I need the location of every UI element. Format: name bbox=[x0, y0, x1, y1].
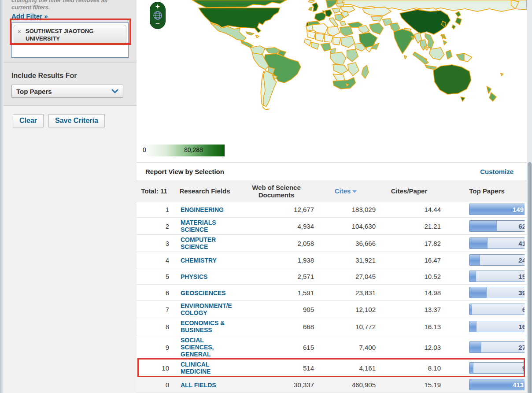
vertical-scrollbar[interactable] bbox=[527, 0, 532, 393]
cites-per-paper-value: 13.37 bbox=[377, 306, 442, 313]
include-results-section: Include Results For Top Papers bbox=[4, 63, 137, 106]
wos-documents-header[interactable]: Web of Science Documents bbox=[238, 184, 315, 199]
research-field-link[interactable]: MATERIALS SCIENCE bbox=[181, 219, 234, 233]
cites-per-paper-value: 14.98 bbox=[377, 289, 442, 297]
research-field-link[interactable]: COMPUTER SCIENCE bbox=[181, 236, 234, 250]
top-papers-bar: 27 bbox=[469, 341, 525, 353]
top-papers-bar: 62 bbox=[469, 220, 525, 232]
table-row: 0 ALL FIELDS 30,337 460,905 15.19 413 bbox=[137, 377, 527, 393]
row-rank: 9 bbox=[137, 344, 172, 351]
top-papers-bar: 413 bbox=[469, 379, 525, 390]
top-papers-value: 6 bbox=[522, 306, 525, 313]
save-criteria-button[interactable]: Save Criteria bbox=[48, 114, 105, 127]
cites-header[interactable]: Cites bbox=[315, 187, 377, 195]
wos-documents-value: 2,571 bbox=[238, 273, 315, 280]
cites-value: 23,831 bbox=[315, 289, 377, 297]
top-papers-bar: 39 bbox=[469, 287, 525, 298]
report-view-section: Report View by Selection Customize Total… bbox=[137, 162, 527, 393]
top-papers-bar: 15 bbox=[469, 271, 525, 282]
results-type-dropdown[interactable]: Top Papers bbox=[11, 85, 123, 98]
top-papers-value: 15 bbox=[518, 273, 525, 280]
cites-per-paper-value: 17.82 bbox=[377, 240, 442, 247]
globe-icon[interactable] bbox=[153, 11, 163, 20]
wos-documents-value: 668 bbox=[238, 323, 315, 330]
row-rank: 6 bbox=[137, 289, 172, 297]
criteria-buttons: Clear Save Criteria bbox=[13, 114, 137, 127]
cites-value: 12,102 bbox=[315, 306, 377, 313]
research-field-link[interactable]: GEOSCIENCES bbox=[181, 289, 226, 297]
scrollbar-thumb[interactable] bbox=[528, 162, 532, 393]
cites-value: 104,630 bbox=[315, 222, 377, 230]
wos-documents-value: 4,934 bbox=[238, 222, 315, 230]
top-papers-value: 413 bbox=[513, 381, 524, 389]
top-papers-value: 24 bbox=[518, 256, 525, 264]
table-row: 4 CHEMISTRY 1,938 31,921 16.47 24 bbox=[137, 252, 527, 268]
table-row: 8 ECONOMICS & BUSINESS 668 10,772 16.13 … bbox=[137, 318, 527, 335]
research-field-link[interactable]: SOCIAL SCIENCES, GENERAL bbox=[181, 337, 234, 358]
customize-link[interactable]: Customize bbox=[480, 168, 514, 175]
research-field-link[interactable]: CLINICAL MEDICINE bbox=[181, 361, 234, 375]
wos-documents-value: 514 bbox=[238, 364, 315, 372]
research-field-link[interactable]: ALL FIELDS bbox=[181, 382, 216, 389]
row-rank: 7 bbox=[137, 306, 172, 313]
cites-value: 7,400 bbox=[315, 344, 377, 351]
results-type-value: Top Papers bbox=[16, 88, 52, 95]
esi-page: changing the filter field removes all cu… bbox=[0, 0, 532, 393]
legend-min-label: 0 bbox=[143, 146, 146, 153]
filter-note-line1: changing the filter field removes all bbox=[11, 0, 129, 4]
top-papers-bar: 24 bbox=[469, 254, 525, 266]
filter-section: changing the filter field removes all cu… bbox=[4, 0, 137, 63]
zoom-out-button[interactable]: − bbox=[155, 21, 160, 28]
top-papers-value: 41 bbox=[518, 240, 525, 247]
cites-value: 460,905 bbox=[315, 381, 377, 389]
row-rank: 10 bbox=[137, 364, 172, 372]
row-rank: 1 bbox=[137, 206, 172, 213]
wos-documents-value: 615 bbox=[238, 344, 315, 351]
wos-documents-value: 12,677 bbox=[238, 206, 315, 213]
clear-button[interactable]: Clear bbox=[13, 114, 44, 127]
research-field-link[interactable]: CHEMISTRY bbox=[181, 257, 217, 264]
top-papers-value: 16 bbox=[518, 323, 525, 330]
top-papers-value: 39 bbox=[518, 289, 525, 297]
sort-descending-icon bbox=[352, 190, 357, 193]
research-field-link[interactable]: ENVIRONMENT/ECOLOGY bbox=[181, 302, 234, 316]
table-row: 7 ENVIRONMENT/ECOLOGY 905 12,102 13.37 6 bbox=[137, 301, 527, 318]
table-row: 5 PHYSICS 2,571 27,045 10.52 15 bbox=[137, 268, 527, 285]
filter-chip[interactable]: × SOUTHWEST JIAOTONG UNIVERSITY bbox=[14, 25, 126, 45]
cites-per-paper-value: 8.10 bbox=[377, 364, 442, 372]
remove-filter-icon[interactable]: × bbox=[18, 28, 21, 35]
top-papers-bar: 6 bbox=[469, 304, 525, 315]
research-field-link[interactable]: ENGINEERING bbox=[181, 206, 224, 213]
cites-value: 36,666 bbox=[315, 240, 377, 247]
world-map[interactable] bbox=[137, 0, 527, 159]
top-papers-value: 62 bbox=[518, 222, 525, 230]
cites-header-label: Cites bbox=[335, 187, 351, 195]
cites-per-paper-value: 10.52 bbox=[377, 273, 442, 280]
map-color-legend: 0 80,288 bbox=[141, 145, 225, 156]
table-row: 6 GEOSCIENCES 1,591 23,831 14.98 39 bbox=[137, 285, 527, 301]
row-rank: 2 bbox=[137, 222, 172, 230]
top-papers-value: 149 bbox=[513, 206, 524, 213]
wos-documents-value: 1,591 bbox=[238, 289, 315, 297]
research-field-link[interactable]: PHYSICS bbox=[181, 273, 207, 280]
row-rank: 0 bbox=[137, 381, 172, 389]
cites-per-paper-value: 16.13 bbox=[377, 323, 442, 330]
table-row: 2 MATERIALS SCIENCE 4,934 104,630 21.21 … bbox=[137, 218, 527, 235]
cites-per-paper-value: 21.21 bbox=[377, 222, 442, 230]
filter-input-box[interactable]: × SOUTHWEST JIAOTONG UNIVERSITY bbox=[11, 22, 129, 58]
add-filter-link[interactable]: Add Filter » bbox=[11, 12, 48, 20]
total-count-header: Total: 11 bbox=[137, 187, 172, 195]
zoom-in-button[interactable]: + bbox=[155, 3, 160, 10]
window-edge-strip bbox=[0, 0, 4, 393]
table-header-row: Total: 11 Research Fields Web of Science… bbox=[137, 181, 527, 201]
research-field-link[interactable]: ECONOMICS & BUSINESS bbox=[181, 319, 234, 334]
top-papers-header[interactable]: Top Papers bbox=[442, 187, 532, 195]
wos-documents-value: 2,058 bbox=[238, 240, 315, 247]
top-papers-value: 27 bbox=[518, 344, 525, 351]
cites-per-paper-header[interactable]: Cites/Paper bbox=[377, 187, 442, 195]
report-header: Report View by Selection Customize bbox=[137, 163, 527, 181]
filter-note: changing the filter field removes all cu… bbox=[11, 0, 129, 11]
research-fields-header[interactable]: Research Fields bbox=[172, 187, 238, 195]
top-papers-bar: 9 bbox=[469, 362, 525, 374]
top-papers-value: 9 bbox=[522, 364, 525, 372]
